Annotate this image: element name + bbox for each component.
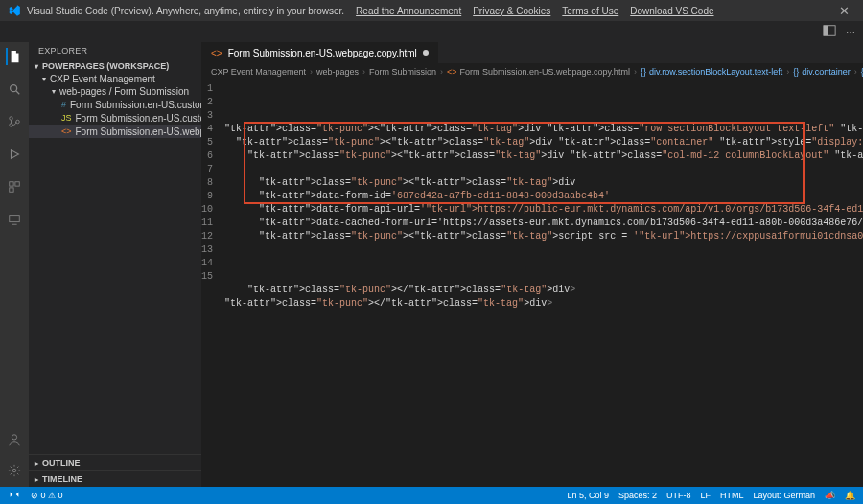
code-editor[interactable]: 123456789101112131415 "tk-attr">class="t…: [201, 80, 863, 487]
breadcrumb-item: <>Form Submission.en-US.webpage.copy.htm…: [447, 67, 630, 77]
tree-file-js[interactable]: JSForm Submission.en-US.customjs.js: [29, 111, 201, 125]
activity-scm-icon[interactable]: [6, 113, 23, 130]
editor-tabs: <> Form Submission.en-US.webpage.copy.ht…: [201, 42, 863, 63]
svg-rect-8: [15, 182, 19, 186]
svg-point-13: [12, 469, 16, 472]
banner-link-download[interactable]: Download VS Code: [630, 6, 713, 16]
feedback-icon[interactable]: 📣: [825, 491, 835, 500]
command-bar: ⋯: [0, 21, 863, 42]
activity-account-icon[interactable]: [6, 431, 23, 448]
html-file-icon: <>: [211, 48, 222, 58]
js-file-icon: JS: [61, 112, 72, 124]
activitybar: [0, 42, 29, 487]
breadcrumbs[interactable]: CXP Event Management› web-pages› Form Su…: [201, 63, 863, 80]
sidebar-title: EXPLORER: [29, 42, 201, 59]
html-file-icon: <>: [61, 126, 72, 137]
vscode-logo-icon: [8, 4, 21, 17]
chevron-down-icon: ▾: [42, 75, 46, 83]
brace-icon: {}: [793, 67, 799, 77]
timeline-header[interactable]: ▸TIMELINE: [29, 470, 201, 487]
html-file-icon: <>: [447, 67, 457, 77]
breadcrumb-item: {}div.container: [793, 67, 850, 77]
banner-text: Visual Studio Code (Preview). Anywhere, …: [27, 6, 833, 16]
tab-label: Form Submission.en-US.webpage.copy.html: [228, 48, 417, 58]
layout-icon[interactable]: [823, 24, 836, 39]
workspace-header[interactable]: ▾POWERPAGES (WORKSPACE): [29, 59, 201, 73]
modified-dot-icon: [423, 50, 429, 56]
status-eol[interactable]: LF: [700, 491, 711, 500]
activity-explorer-icon[interactable]: [6, 48, 23, 65]
more-icon[interactable]: ⋯: [846, 27, 855, 37]
status-layout[interactable]: Layout: German: [753, 491, 815, 500]
css-file-icon: #: [61, 99, 66, 110]
status-encoding[interactable]: UTF-8: [666, 491, 691, 500]
editor-area: <> Form Submission.en-US.webpage.copy.ht…: [201, 42, 863, 487]
chevron-right-icon: ▸: [35, 459, 38, 468]
code-content[interactable]: "tk-attr">class="tk-punc"><"tk-attr">cla…: [221, 80, 863, 487]
svg-point-2: [11, 85, 17, 92]
remote-indicator-icon[interactable]: [8, 488, 21, 503]
svg-rect-10: [10, 216, 20, 222]
tree-folder[interactable]: ▾web-pages / Form Submission: [29, 85, 201, 98]
activity-extensions-icon[interactable]: [6, 178, 23, 195]
status-lang[interactable]: HTML: [720, 491, 744, 500]
line-gutter: 123456789101112131415: [201, 80, 221, 487]
banner-link-terms[interactable]: Terms of Use: [562, 6, 618, 16]
svg-point-4: [10, 117, 13, 121]
svg-rect-9: [10, 188, 13, 192]
chevron-down-icon: ▾: [35, 62, 38, 71]
close-icon[interactable]: ✕: [833, 4, 855, 18]
svg-line-3: [16, 91, 20, 95]
outline-header[interactable]: ▸OUTLINE: [29, 454, 201, 470]
svg-point-6: [16, 120, 20, 124]
status-lncol[interactable]: Ln 5, Col 9: [567, 491, 609, 500]
activity-settings-icon[interactable]: [6, 462, 23, 479]
tree-folder-root[interactable]: ▾CXP Event Management: [29, 73, 201, 85]
chevron-right-icon: ▸: [35, 475, 38, 484]
statusbar: ⊘ 0 ⚠ 0 Ln 5, Col 9 Spaces: 2 UTF-8 LF H…: [0, 487, 863, 504]
banner-product: Visual Studio Code (Preview). Anywhere, …: [27, 6, 344, 16]
titlebar: Visual Studio Code (Preview). Anywhere, …: [0, 0, 863, 21]
tree-file-html[interactable]: <>Form Submission.en-US.webpage.copy...: [29, 125, 201, 138]
svg-rect-7: [10, 182, 13, 186]
breadcrumb-item: CXP Event Management: [211, 67, 306, 77]
editor-tab[interactable]: <> Form Submission.en-US.webpage.copy.ht…: [201, 42, 439, 63]
activity-debug-icon[interactable]: [6, 146, 23, 163]
chevron-down-icon: ▾: [52, 87, 56, 96]
activity-remote-icon[interactable]: [6, 211, 23, 228]
svg-point-12: [12, 435, 16, 440]
breadcrumb-item: {}div.row.sectionBlockLayout.text-left: [641, 67, 782, 77]
breadcrumb-item: web-pages: [316, 67, 359, 77]
bell-icon[interactable]: 🔔: [845, 491, 855, 500]
banner-link-announcement[interactable]: Read the Announcement: [356, 6, 461, 16]
tree-file-css[interactable]: #Form Submission.en-US.customcss.css: [29, 98, 201, 111]
activity-search-icon[interactable]: [6, 80, 23, 98]
sidebar: EXPLORER ▾POWERPAGES (WORKSPACE) ▾CXP Ev…: [29, 42, 201, 487]
breadcrumb-item: Form Submission: [369, 67, 436, 77]
file-tree: ▾CXP Event Management ▾web-pages / Form …: [29, 73, 201, 142]
banner-link-privacy[interactable]: Privacy & Cookies: [473, 6, 550, 16]
status-problems[interactable]: ⊘ 0 ⚠ 0: [31, 491, 63, 500]
svg-point-5: [10, 124, 13, 127]
svg-rect-1: [824, 26, 828, 36]
brace-icon: {}: [641, 67, 646, 77]
status-spaces[interactable]: Spaces: 2: [618, 491, 657, 500]
